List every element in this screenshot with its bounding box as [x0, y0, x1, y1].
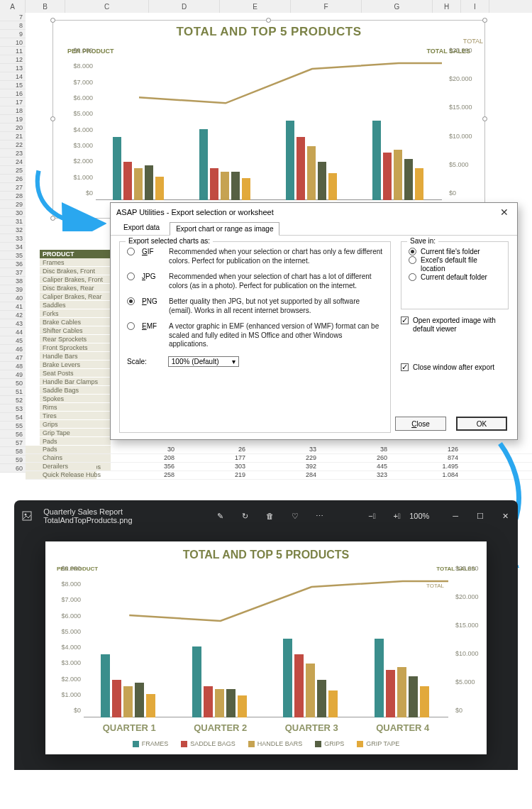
- row-header[interactable]: 14: [0, 72, 26, 81]
- format-option[interactable]: PNGBetter quality then JPG, but not yet …: [127, 297, 383, 315]
- list-item[interactable]: Caliper Brakes, Rear: [40, 292, 111, 301]
- column-header[interactable]: D: [149, 0, 220, 13]
- row-header[interactable]: 25: [0, 166, 26, 175]
- row-header[interactable]: 7: [0, 13, 26, 21]
- row-header[interactable]: 44: [0, 328, 26, 336]
- row-header[interactable]: 36: [0, 260, 26, 268]
- minimize-icon[interactable]: ─: [448, 507, 464, 524]
- rotate-icon[interactable]: ↻: [237, 507, 253, 524]
- dialog-tab[interactable]: Export chart or range as image: [170, 222, 279, 236]
- table-row[interactable]: Chains208177229260874: [26, 454, 532, 463]
- more-icon[interactable]: ⋯: [311, 507, 328, 524]
- list-item[interactable]: Rims: [40, 403, 111, 412]
- row-header[interactable]: 9: [0, 30, 26, 38]
- zoom-out-icon[interactable]: −⃝: [364, 507, 380, 524]
- row-header[interactable]: 8: [0, 21, 26, 30]
- row-header[interactable]: 35: [0, 251, 26, 260]
- row-header[interactable]: 53: [0, 404, 26, 413]
- format-option[interactable]: EMFA vector graphic in EMF (enhanced ver…: [127, 322, 383, 349]
- list-item[interactable]: Brake Levers: [40, 361, 111, 369]
- row-header[interactable]: 41: [0, 302, 26, 311]
- row-header[interactable]: 16: [0, 89, 26, 98]
- row-header[interactable]: 19: [0, 115, 26, 123]
- row-header[interactable]: 51: [0, 387, 26, 396]
- row-header[interactable]: 13: [0, 64, 26, 72]
- row-header[interactable]: 43: [0, 319, 26, 328]
- row-header[interactable]: 23: [0, 149, 26, 158]
- row-header[interactable]: 58: [0, 447, 26, 456]
- row-header[interactable]: 17: [0, 98, 26, 106]
- table-row[interactable]: Quick Release Hubs2582192843231.084: [26, 471, 532, 480]
- list-item[interactable]: Rear Sprockets: [40, 335, 111, 343]
- list-item[interactable]: Disc Brakes, Rear: [40, 284, 111, 292]
- column-header[interactable]: A: [0, 0, 26, 13]
- row-header[interactable]: 10: [0, 38, 26, 47]
- format-option[interactable]: GIFRecommended when your selection or ch…: [127, 248, 383, 265]
- list-item[interactable]: Grips: [40, 420, 111, 429]
- row-header[interactable]: 59: [0, 456, 26, 464]
- row-header[interactable]: 21: [0, 132, 26, 141]
- delete-icon[interactable]: 🗑: [262, 507, 278, 524]
- row-header[interactable]: 24: [0, 158, 26, 166]
- row-header[interactable]: 26: [0, 175, 26, 183]
- row-header[interactable]: 54: [0, 413, 26, 422]
- row-header[interactable]: 50: [0, 379, 26, 387]
- row-header[interactable]: 18: [0, 106, 26, 115]
- maximize-icon[interactable]: ☐: [472, 507, 489, 524]
- row-header[interactable]: 40: [0, 294, 26, 302]
- row-header[interactable]: 42: [0, 311, 26, 319]
- list-item[interactable]: Brake Cables: [40, 318, 111, 326]
- close-after-checkbox[interactable]: Close window after export: [401, 363, 509, 371]
- close-icon[interactable]: ✕: [497, 205, 511, 219]
- row-header[interactable]: 33: [0, 234, 26, 243]
- row-header[interactable]: 48: [0, 362, 26, 370]
- list-item[interactable]: Seat Posts: [40, 369, 111, 378]
- list-item[interactable]: Front Sprockets: [40, 343, 111, 352]
- ok-button[interactable]: OK: [456, 417, 507, 431]
- table-row[interactable]: Pads30263338126: [26, 446, 532, 454]
- save-option[interactable]: Excel's default file location: [409, 256, 501, 273]
- list-item[interactable]: Caliper Brakes, Front: [40, 275, 111, 284]
- list-item[interactable]: Saddles: [40, 301, 111, 309]
- list-item[interactable]: Handle Bars: [40, 352, 111, 361]
- open-after-checkbox[interactable]: Open exported image with default viewer: [401, 317, 509, 334]
- close-button[interactable]: Close: [395, 417, 446, 431]
- column-header[interactable]: F: [291, 0, 362, 13]
- row-header[interactable]: 28: [0, 192, 26, 200]
- column-header[interactable]: I: [461, 0, 489, 13]
- save-option[interactable]: Current file's folder: [409, 248, 501, 256]
- scale-combo[interactable]: 100% (Default)▾: [168, 356, 239, 367]
- row-header[interactable]: 45: [0, 336, 26, 345]
- column-header[interactable]: H: [433, 0, 461, 13]
- row-header[interactable]: 30: [0, 209, 26, 217]
- row-header[interactable]: 60: [0, 464, 26, 473]
- column-header[interactable]: B: [26, 0, 65, 13]
- row-header[interactable]: 15: [0, 81, 26, 89]
- row-header[interactable]: 38: [0, 277, 26, 285]
- row-header[interactable]: 12: [0, 55, 26, 64]
- list-item[interactable]: Forks: [40, 309, 111, 318]
- favorite-icon[interactable]: ♡: [287, 507, 303, 524]
- list-item[interactable]: Disc Brakes, Front: [40, 267, 111, 275]
- zoom-in-icon[interactable]: +⃝: [389, 507, 405, 524]
- dialog-titlebar[interactable]: ASAP Utilities - Export selection or wor…: [111, 203, 517, 221]
- row-header[interactable]: 11: [0, 47, 26, 55]
- table-header-product[interactable]: PRODUCT: [40, 250, 111, 258]
- list-item[interactable]: Shifter Cables: [40, 326, 111, 335]
- row-header[interactable]: 52: [0, 396, 26, 404]
- window-close-icon[interactable]: ✕: [497, 507, 514, 524]
- column-header[interactable]: G: [362, 0, 433, 13]
- row-header[interactable]: 34: [0, 243, 26, 251]
- list-item[interactable]: Spokes: [40, 395, 111, 403]
- row-header[interactable]: 47: [0, 353, 26, 362]
- list-item[interactable]: Tires: [40, 412, 111, 420]
- column-header[interactable]: E: [220, 0, 291, 13]
- row-header[interactable]: 27: [0, 183, 26, 192]
- list-item[interactable]: Grip Tape: [40, 429, 111, 437]
- table-row[interactable]: Derailers3563033924451.495: [26, 463, 532, 471]
- row-header[interactable]: 57: [0, 439, 26, 447]
- list-item[interactable]: Pads: [40, 437, 111, 446]
- save-option[interactable]: Current default folder: [409, 273, 501, 282]
- list-item[interactable]: Frames: [40, 258, 111, 267]
- row-header[interactable]: 55: [0, 422, 26, 430]
